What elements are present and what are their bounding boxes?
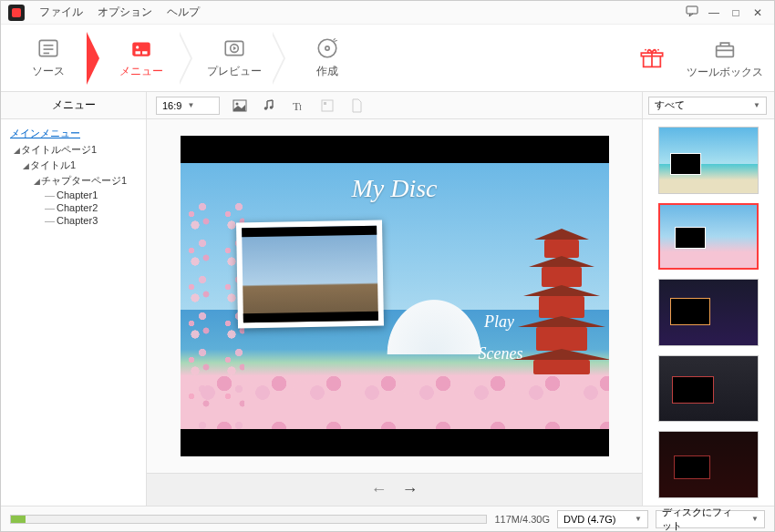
svg-rect-24 (324, 102, 326, 105)
svg-point-20 (270, 106, 274, 109)
maximize-button[interactable]: □ (727, 6, 745, 19)
document-icon (347, 97, 366, 115)
close-button[interactable]: ✕ (749, 6, 767, 19)
svg-point-6 (136, 46, 139, 48)
app-icon (8, 5, 25, 21)
sec-left-label: メニュー (1, 92, 147, 118)
secondary-bar: メニュー 16:9▼ TI すべて▼ (1, 92, 774, 119)
tree-chapter[interactable]: —Chapter2 (5, 201, 142, 214)
menu-help[interactable]: ヘルプ (160, 5, 207, 20)
tree-chapter[interactable]: —Chapter3 (5, 214, 142, 227)
menu-preview[interactable]: My Disc Play Scenes (181, 136, 609, 456)
prev-page-button[interactable]: ← (371, 480, 388, 499)
tab-menu[interactable]: メニュー (105, 25, 178, 92)
svg-rect-8 (142, 51, 147, 54)
titlebar: ファイル オプション ヘルプ — □ ✕ (1, 1, 774, 25)
text-icon[interactable]: TI (289, 97, 307, 115)
preview-stage: My Disc Play Scenes (147, 119, 642, 473)
image-icon[interactable] (231, 97, 249, 115)
tab-source-label: ソース (32, 64, 65, 79)
tab-source[interactable]: ソース (12, 25, 85, 92)
svg-point-18 (236, 102, 239, 105)
tree-title[interactable]: ◢タイトル1 (5, 158, 142, 173)
feedback-icon[interactable] (683, 5, 701, 20)
svg-point-14 (657, 48, 659, 50)
statusbar: 117M/4.30G DVD (4.7G)▼ ディスクにフィット▼ (1, 506, 774, 531)
tab-preview[interactable]: プレビュー (198, 25, 271, 92)
gift-button[interactable] (639, 46, 665, 71)
disc-usage-text: 117M/4.30G (494, 514, 550, 525)
svg-rect-23 (322, 100, 333, 111)
center-panel: My Disc Play Scenes ← → (147, 119, 642, 506)
template-icon (318, 97, 336, 115)
main-area: メインメニュー ◢タイトルページ1 ◢タイトル1 ◢チャプターページ1 —Cha… (1, 119, 774, 506)
disc-scenes-button[interactable]: Scenes (479, 344, 523, 363)
template-filter-select[interactable]: すべて▼ (648, 97, 767, 115)
tab-create-label: 作成 (316, 64, 338, 79)
menu-option[interactable]: オプション (90, 5, 160, 20)
disc-usage-bar (10, 515, 487, 524)
template-thumb[interactable] (658, 431, 759, 498)
template-thumb[interactable] (658, 279, 759, 346)
svg-point-13 (645, 48, 646, 50)
tab-create[interactable]: 作成 (291, 25, 364, 92)
svg-point-12 (326, 46, 329, 50)
tree-chapter-page[interactable]: ◢チャプターページ1 (5, 173, 142, 189)
svg-rect-15 (717, 46, 734, 57)
disc-type-select[interactable]: DVD (4.7G)▼ (557, 510, 648, 528)
svg-point-11 (318, 39, 336, 57)
tree-chapter[interactable]: —Chapter1 (5, 189, 142, 201)
menu-file[interactable]: ファイル (32, 5, 90, 20)
step-sep-icon (85, 25, 105, 92)
template-thumb[interactable] (658, 203, 759, 271)
svg-rect-7 (136, 51, 140, 54)
tab-menu-label: メニュー (119, 64, 163, 79)
svg-point-19 (264, 107, 268, 110)
minimize-button[interactable]: — (705, 6, 723, 19)
main-toolbar: ソース メニュー プレビュー 作成 ツールボックス (1, 25, 774, 92)
disc-play-button[interactable]: Play (484, 312, 514, 332)
video-thumbnail[interactable] (235, 220, 383, 329)
svg-rect-5 (132, 43, 150, 56)
template-thumb[interactable] (658, 355, 759, 423)
page-nav: ← → (147, 473, 642, 506)
svg-text:I: I (299, 103, 302, 112)
aspect-ratio-select[interactable]: 16:9▼ (156, 97, 220, 115)
tab-preview-label: プレビュー (207, 64, 262, 79)
next-page-button[interactable]: → (402, 480, 418, 499)
toolbox-button[interactable]: ツールボックス (687, 36, 763, 80)
music-icon[interactable] (260, 97, 278, 115)
svg-rect-0 (687, 6, 698, 14)
disc-title[interactable]: My Disc (351, 174, 437, 203)
fit-select[interactable]: ディスクにフィット▼ (656, 510, 765, 528)
tree-title-page[interactable]: ◢タイトルページ1 (5, 142, 142, 158)
template-thumb[interactable] (658, 127, 759, 194)
step-sep-icon (178, 25, 198, 92)
template-panel[interactable] (642, 119, 774, 506)
toolbox-label: ツールボックス (687, 65, 763, 80)
tree-main-menu[interactable]: メインメニュー (5, 125, 142, 142)
step-sep-icon (271, 25, 291, 92)
tree-panel: メインメニュー ◢タイトルページ1 ◢タイトル1 ◢チャプターページ1 —Cha… (1, 119, 147, 506)
